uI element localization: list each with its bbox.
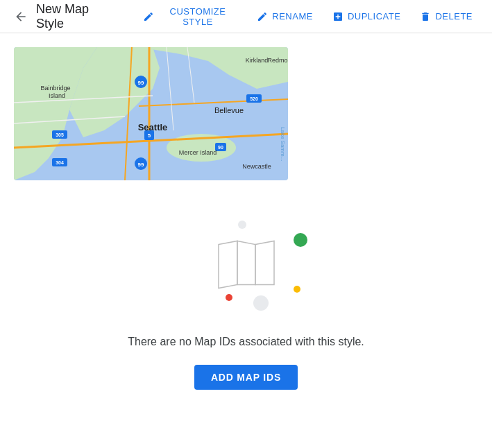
rename-button[interactable]: RENAME	[248, 7, 321, 26]
svg-text:90: 90	[218, 145, 223, 150]
svg-text:Mercer Island: Mercer Island	[179, 149, 217, 156]
svg-marker-40	[255, 241, 274, 285]
customize-style-button[interactable]: CUSTOMIZE STYLE	[135, 2, 246, 31]
map-fold-svg	[215, 238, 278, 290]
svg-text:99: 99	[138, 80, 144, 86]
back-button[interactable]	[11, 7, 31, 26]
dot-gray-2	[238, 221, 246, 229]
svg-text:5: 5	[148, 132, 151, 139]
svg-text:305: 305	[56, 132, 64, 137]
customize-icon	[143, 11, 154, 22]
dot-green	[294, 233, 307, 247]
customize-style-label: CUSTOMIZE STYLE	[158, 6, 238, 27]
svg-text:99: 99	[138, 162, 144, 168]
svg-text:Seattle: Seattle	[138, 122, 168, 132]
svg-text:Island: Island	[49, 92, 65, 99]
svg-text:Lake Samm...: Lake Samm...	[280, 127, 286, 161]
svg-text:Bainbridge: Bainbridge	[40, 85, 70, 92]
delete-button[interactable]: DELETE	[412, 7, 481, 26]
dot-yellow	[294, 286, 300, 293]
delete-label: DELETE	[435, 11, 473, 21]
rename-label: RENAME	[272, 11, 313, 21]
empty-state: There are no Map IDs associated with thi…	[14, 208, 478, 390]
svg-text:Kirkland: Kirkland	[246, 57, 269, 64]
svg-marker-38	[219, 241, 237, 288]
dot-gray-1	[253, 295, 269, 311]
page-title: New Map Style	[36, 2, 118, 31]
delete-icon	[420, 11, 431, 22]
map-illustration	[191, 208, 302, 319]
svg-text:Bellevue: Bellevue	[214, 106, 244, 114]
header-actions: CUSTOMIZE STYLE RENAME DUPLICATE	[135, 2, 481, 31]
dot-red	[226, 294, 232, 301]
rename-icon	[257, 11, 268, 22]
duplicate-label: DUPLICATE	[348, 11, 401, 21]
add-map-ids-button[interactable]: ADD MAP IDS	[194, 365, 298, 390]
duplicate-button[interactable]: DUPLICATE	[324, 7, 409, 26]
svg-text:Redmond: Redmond	[267, 57, 288, 64]
empty-message: There are no Map IDs associated with thi…	[128, 336, 364, 348]
main-content: 99 5 520 90 305 304 99 Bainbridge Island	[0, 33, 492, 404]
svg-text:304: 304	[56, 160, 64, 165]
app-header: New Map Style CUSTOMIZE STYLE RENAME	[0, 0, 492, 33]
svg-marker-39	[237, 241, 255, 285]
duplicate-icon	[332, 11, 343, 22]
svg-text:520: 520	[250, 96, 258, 101]
svg-text:Newcastle: Newcastle	[242, 163, 271, 170]
map-preview: 99 5 520 90 305 304 99 Bainbridge Island	[14, 47, 288, 180]
